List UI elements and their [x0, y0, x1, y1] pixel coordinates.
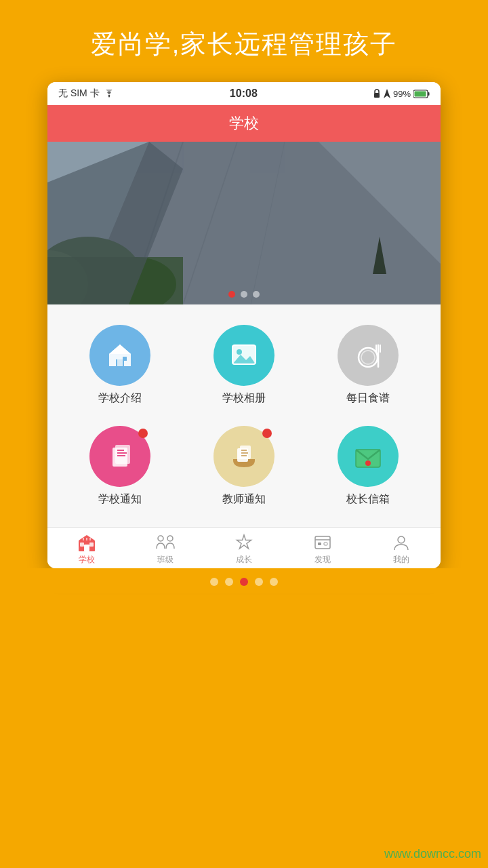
banner-dot-2[interactable]	[241, 291, 247, 298]
bottom-dots	[0, 568, 488, 593]
tab-growth-icon	[234, 533, 254, 552]
svg-rect-52	[89, 538, 91, 540]
svg-point-60	[398, 536, 405, 543]
tab-growth-label: 成长	[236, 554, 252, 566]
status-time: 10:08	[230, 87, 258, 100]
tab-discover-label: 发现	[314, 554, 331, 566]
svg-marker-55	[237, 535, 251, 549]
svg-marker-2	[384, 89, 390, 98]
svg-point-0	[108, 96, 110, 98]
svg-rect-59	[324, 542, 327, 545]
menu-school-intro[interactable]: 学校介绍	[61, 318, 178, 412]
phone-frame: 无 SIM 卡 10:08 99%	[47, 82, 441, 568]
school-notice-circle	[89, 426, 150, 487]
teacher-notice-label: 教师通知	[222, 492, 266, 507]
banner-carousel[interactable]	[47, 142, 441, 304]
menu-school-album[interactable]: 学校相册	[185, 318, 302, 412]
status-right: 99%	[373, 89, 430, 99]
status-bar: 无 SIM 卡 10:08 99%	[47, 82, 441, 105]
teacher-notice-circle	[214, 426, 274, 487]
tab-school-icon	[77, 533, 97, 552]
battery-icon	[413, 90, 430, 98]
svg-rect-49	[89, 542, 94, 547]
bottom-dot-2[interactable]	[225, 578, 233, 586]
app-header: 学校	[47, 105, 441, 142]
svg-rect-50	[83, 538, 84, 540]
school-notice-label: 学校通知	[98, 492, 142, 507]
principal-box-label: 校长信箱	[346, 492, 390, 507]
tab-growth[interactable]: 成长	[205, 533, 283, 566]
bottom-dot-4[interactable]	[255, 578, 263, 586]
banner-dot-1[interactable]	[228, 291, 235, 298]
menu-school-notice[interactable]: 学校通知	[61, 419, 178, 513]
tab-class[interactable]: 班级	[126, 533, 205, 566]
icon-grid: 学校介绍 学校相册	[54, 318, 434, 513]
photo-icon	[227, 338, 261, 372]
svg-point-53	[158, 536, 163, 541]
tab-class-label: 班级	[157, 554, 174, 566]
food-icon	[351, 338, 385, 372]
svg-rect-4	[428, 92, 430, 96]
svg-rect-32	[115, 445, 130, 464]
status-left: 无 SIM 卡	[58, 87, 115, 100]
main-content: 学校介绍 学校相册	[47, 304, 441, 527]
svg-rect-19	[117, 359, 123, 366]
watermark: www.downcc.com	[384, 847, 481, 861]
tab-school-label: 学校	[79, 554, 95, 566]
svg-rect-37	[240, 446, 251, 459]
school-intro-label: 学校介绍	[98, 391, 142, 406]
bottom-dot-5[interactable]	[270, 578, 278, 586]
menu-teacher-notice[interactable]: 教师通知	[185, 419, 302, 513]
tab-mine-icon	[391, 533, 411, 552]
svg-point-43	[365, 460, 371, 466]
location-icon	[384, 89, 390, 98]
battery-percent: 99%	[393, 89, 411, 99]
svg-rect-58	[318, 542, 321, 545]
tab-mine-label: 我的	[393, 554, 409, 566]
school-notice-badge	[138, 429, 148, 438]
svg-rect-48	[80, 542, 84, 547]
home-icon	[104, 339, 136, 372]
svg-point-23	[237, 349, 242, 355]
wifi-icon	[104, 90, 115, 98]
svg-marker-20	[109, 344, 131, 354]
teacher-notice-badge	[262, 429, 272, 438]
svg-rect-21	[123, 357, 127, 361]
sim-text: 无 SIM 卡	[58, 87, 100, 100]
tab-school[interactable]: 学校	[47, 533, 126, 566]
tab-mine[interactable]: 我的	[362, 533, 441, 566]
menu-daily-menu[interactable]: 每日食谱	[310, 318, 427, 412]
tab-discover[interactable]: 发现	[283, 533, 362, 566]
bottom-dot-1[interactable]	[210, 578, 218, 586]
svg-rect-5	[415, 91, 426, 96]
principal-box-circle	[338, 426, 399, 487]
banner-dot-3[interactable]	[253, 291, 260, 298]
svg-rect-51	[86, 538, 87, 540]
school-album-circle	[214, 325, 274, 386]
tab-bar: 学校 班级 成长	[47, 527, 441, 568]
svg-rect-56	[315, 536, 330, 549]
daily-menu-circle	[338, 325, 399, 386]
svg-rect-47	[84, 545, 89, 551]
menu-principal-box[interactable]: 校长信箱	[310, 419, 427, 513]
mail-icon	[350, 439, 386, 474]
inbox-icon	[226, 439, 262, 474]
lock-icon	[373, 89, 381, 98]
daily-menu-label: 每日食谱	[346, 391, 390, 406]
banner-dots	[228, 291, 260, 298]
app-top-title: 爱尚学,家长远程管理孩子	[0, 0, 488, 82]
school-album-label: 学校相册	[222, 391, 266, 406]
school-intro-circle	[89, 325, 150, 386]
tab-discover-icon	[312, 533, 333, 552]
tab-class-icon	[155, 533, 176, 552]
svg-point-27	[361, 351, 375, 364]
svg-rect-1	[374, 93, 380, 98]
banner-image	[47, 142, 441, 304]
svg-point-54	[167, 536, 173, 541]
notice-icon	[103, 439, 137, 473]
header-title: 学校	[229, 115, 259, 132]
bottom-dot-3[interactable]	[240, 578, 248, 586]
